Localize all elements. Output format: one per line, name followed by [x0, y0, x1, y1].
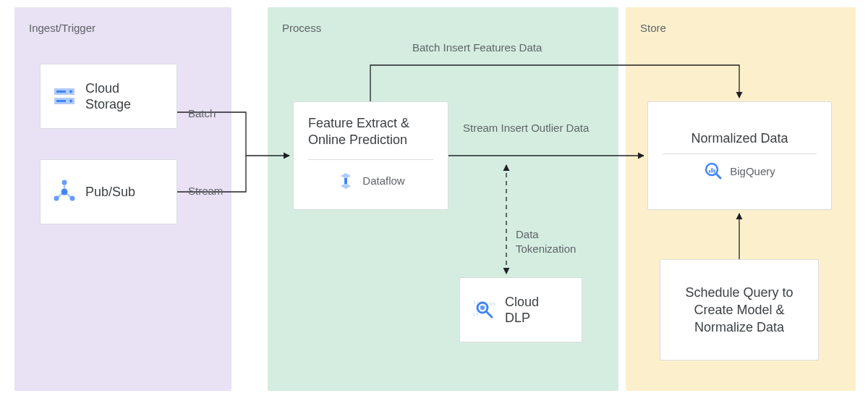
svg-point-12 — [70, 196, 75, 201]
node-normalized-data-title: Normalized Data — [691, 131, 788, 146]
service-bigquery: BigQuery — [704, 161, 775, 180]
divider — [663, 153, 817, 154]
service-bigquery-label: BigQuery — [730, 165, 775, 177]
node-feature-extract: Feature Extract & Online Prediction Data… — [293, 101, 448, 210]
svg-rect-23 — [714, 169, 715, 173]
divider — [308, 159, 433, 160]
svg-point-9 — [61, 189, 68, 195]
service-dataflow-label: Dataflow — [362, 174, 404, 187]
svg-rect-13 — [344, 178, 347, 184]
svg-line-16 — [486, 311, 492, 317]
svg-point-15 — [480, 306, 485, 310]
edge-label-stream-insert: Stream Insert Outlier Data — [463, 122, 589, 134]
svg-rect-22 — [711, 168, 712, 173]
node-normalized-data: Normalized Data BigQuery — [647, 101, 832, 210]
edge-label-batch: Batch — [188, 107, 216, 119]
cloud-storage-icon — [52, 84, 77, 109]
service-dataflow: Dataflow — [336, 172, 404, 190]
svg-text:1 0: 1 0 — [473, 312, 478, 316]
edge-label-stream: Stream — [188, 185, 223, 197]
node-pubsub-label: Pub/Sub — [85, 184, 135, 201]
edge-label-batch-insert: Batch Insert Features Data — [412, 41, 542, 54]
svg-point-10 — [62, 180, 67, 185]
node-cloud-dlp-label: CloudDLP — [505, 294, 539, 327]
svg-point-5 — [69, 100, 72, 103]
node-cloud-dlp: 5 1 1 0 0 5 CloudDLP — [459, 277, 582, 342]
dlp-icon: 5 1 1 0 0 5 — [472, 298, 496, 322]
node-cloud-storage-label: CloudStorage — [85, 80, 131, 113]
node-feature-extract-title: Feature Extract & Online Prediction — [308, 115, 433, 149]
bigquery-icon — [704, 161, 723, 180]
stage-store-label: Store — [640, 22, 666, 34]
svg-rect-3 — [56, 100, 66, 102]
pubsub-icon — [52, 180, 77, 204]
node-schedule-query: Schedule Query to Create Model & Normali… — [660, 259, 819, 361]
svg-point-4 — [69, 90, 72, 93]
node-pubsub: Pub/Sub — [40, 159, 177, 224]
svg-rect-21 — [709, 170, 710, 173]
svg-text:0 5: 0 5 — [490, 302, 495, 306]
node-cloud-storage: CloudStorage — [40, 64, 177, 129]
edge-label-tokenization: Data Tokenization — [516, 227, 588, 256]
svg-line-24 — [716, 174, 720, 178]
node-schedule-query-label: Schedule Query to Create Model & Normali… — [672, 284, 807, 337]
svg-rect-2 — [56, 90, 66, 93]
dataflow-icon — [336, 172, 355, 190]
stage-process-label: Process — [282, 22, 321, 34]
svg-point-11 — [54, 196, 59, 201]
stage-ingest-label: Ingest/Trigger — [29, 22, 95, 34]
svg-text:5 1: 5 1 — [474, 300, 479, 305]
